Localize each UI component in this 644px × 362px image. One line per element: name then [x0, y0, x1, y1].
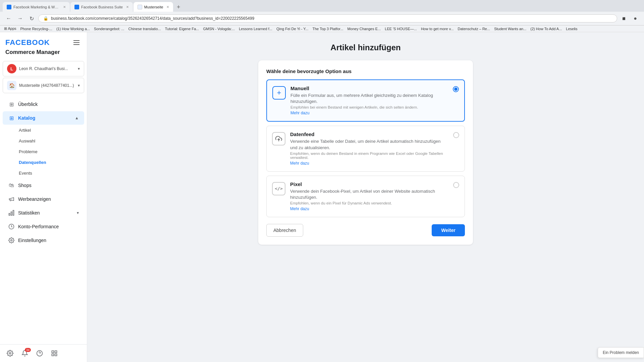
datenfeed-radio[interactable] [453, 132, 459, 138]
cancel-button[interactable]: Abbrechen [266, 224, 303, 237]
tab-title-2: Facebook Business Suite [81, 5, 123, 9]
account-selector[interactable]: L Leon R. Chaudhari's Busi... ▾ [3, 61, 84, 76]
problem-report-button[interactable]: Ein Problem melden [598, 347, 644, 358]
tab-bar: Facebook Marketing & Werbe... × Facebook… [0, 0, 644, 12]
manuell-link[interactable]: Mehr dazu [290, 111, 310, 115]
datenfeed-desc: Verwende eine Tabelle oder Datei, um dei… [290, 138, 448, 150]
tab-1[interactable]: Facebook Marketing & Werbe... × [3, 2, 70, 12]
tab-close-1[interactable]: × [63, 4, 66, 9]
sidebar-item-artikel[interactable]: Artikel [19, 125, 84, 135]
grid-footer-icon[interactable] [50, 349, 59, 358]
sidebar-item-einstellungen[interactable]: Einstellungen [3, 234, 84, 247]
manuell-radio[interactable] [453, 86, 459, 92]
fb-logo-bar: FACEBOOK [5, 38, 82, 48]
sidebar-item-shops[interactable]: 🛍 Shops [3, 179, 84, 192]
url-bar[interactable]: 🔒 business.facebook.com/commerce/catalog… [38, 14, 617, 22]
next-button[interactable]: Weiter [432, 224, 465, 236]
svg-rect-2 [13, 210, 14, 216]
pixel-link[interactable]: Mehr dazu [290, 206, 309, 211]
sidebar-item-uberblick[interactable]: ⊞ Überblick [3, 98, 84, 111]
nav-bar: ← → ↻ 🔒 business.facebook.com/commerce/c… [0, 12, 644, 25]
card-actions: Abbrechen Weiter [266, 224, 465, 237]
option-manuell[interactable]: + Manuell Fülle ein Formular aus, um meh… [266, 79, 465, 122]
sidebar-item-probleme[interactable]: Probleme [19, 146, 84, 157]
tab-close-2[interactable]: × [126, 4, 129, 9]
bookmark-12[interactable]: How to get more v... [421, 27, 454, 31]
katalog-expand-icon: ▲ [75, 116, 79, 120]
bookmark-13[interactable]: Datenschutz – Re... [458, 27, 490, 31]
sidebar-item-einstellungen-label: Einstellungen [18, 238, 46, 243]
help-footer-icon[interactable] [35, 349, 44, 358]
lock-icon: 🔒 [43, 16, 48, 21]
option-pixel[interactable]: </> Pixel Verwende dein Facebook-Pixel, … [266, 176, 465, 217]
statistiken-expand-icon: ▾ [77, 210, 79, 215]
bookmark-1[interactable]: Phone Recycling-... [20, 27, 52, 31]
refresh-button[interactable]: ↻ [27, 14, 36, 23]
tab-3[interactable]: Musterseite × [133, 2, 173, 12]
svg-point-5 [9, 353, 11, 354]
notification-badge: 34 [25, 348, 31, 352]
notification-footer-icon[interactable]: 34 [20, 349, 30, 358]
sidebar-header: FACEBOOK Commerce Manager [0, 32, 87, 58]
page-name: Musterseite (442764877401...) [19, 83, 75, 88]
sidebar-item-katalog[interactable]: ⊞ Katalog ▲ [3, 111, 84, 125]
sidebar-item-werbeanzeigen[interactable]: Werbeanzeigen [3, 192, 84, 206]
option-datenfeed[interactable]: Datenfeed Verwende eine Tabelle oder Dat… [266, 126, 465, 171]
back-button[interactable]: ← [4, 14, 13, 23]
bookmark-16[interactable]: Leselis [566, 27, 577, 31]
uberblick-icon: ⊞ [8, 101, 15, 108]
pixel-body: Pixel Verwende dein Facebook-Pixel, um A… [290, 181, 448, 212]
datenfeed-link[interactable]: Mehr dazu [290, 161, 309, 166]
bookmark-4[interactable]: Chinese translatio... [128, 27, 161, 31]
page-selector[interactable]: 🏠 Musterseite (442764877401...) ▾ [3, 78, 84, 93]
new-tab-button[interactable]: + [174, 2, 183, 12]
settings-footer-icon[interactable] [5, 349, 15, 358]
werbeanzeigen-icon [8, 196, 15, 202]
bookmark-11[interactable]: LEE 'S HOUSE—... [385, 27, 417, 31]
forward-button[interactable]: → [15, 14, 25, 23]
sidebar-item-events[interactable]: Events [19, 168, 84, 178]
tab-close-3[interactable]: × [167, 4, 169, 9]
datenfeed-icon [272, 132, 285, 145]
katalog-sub-nav: Artikel Auswahl Probleme Datenquellen Ev… [0, 125, 87, 178]
svg-rect-0 [9, 214, 10, 216]
bookmark-7[interactable]: Lessons Learned f... [239, 27, 272, 31]
bookmark-14[interactable]: Student Wants an... [494, 27, 526, 31]
sidebar-item-statistiken[interactable]: Statistiken ▾ [3, 206, 84, 220]
bookmark-9[interactable]: The Top 3 Platfor... [312, 27, 343, 31]
katalog-icon: ⊞ [8, 115, 15, 121]
manuell-desc-small: Empfohlen bei einem Bestand mit wenigen … [290, 105, 448, 109]
bookmark-3[interactable]: Sonderangebot: ... [94, 27, 124, 31]
options-card: Wähle deine bevorzugte Option aus + Manu… [258, 60, 473, 245]
hamburger-button[interactable] [71, 38, 82, 48]
datenfeed-body: Datenfeed Verwende eine Tabelle oder Dat… [290, 131, 448, 166]
sidebar-item-auswahl[interactable]: Auswahl [19, 136, 84, 146]
sidebar-item-werbeanzeigen-label: Werbeanzeigen [18, 196, 51, 202]
bookmark-8[interactable]: Qing Fei De Yi - Y... [276, 27, 309, 31]
bookmark-2[interactable]: (1) How Working a... [56, 27, 90, 31]
bookmarks-bar: ⊞ Apps Phone Recycling-... (1) How Worki… [0, 25, 644, 32]
einstellungen-icon [8, 237, 15, 244]
pixel-radio[interactable] [453, 182, 459, 188]
pixel-desc-small: Empfohlen, wenn du ein Pixel für Dynamic… [290, 201, 448, 205]
tab-2[interactable]: Facebook Business Suite × [70, 2, 133, 12]
extensions-button[interactable]: ◾ [619, 14, 629, 23]
profile-button[interactable]: ● [631, 14, 640, 23]
bookmark-15[interactable]: (2) How To Add A... [530, 27, 562, 31]
bookmark-10[interactable]: Money Changes E... [347, 27, 381, 31]
sidebar-item-konto-performance[interactable]: Konto-Performance [3, 220, 84, 233]
bookmark-5[interactable]: Tutorial: Eigene Fa... [165, 27, 199, 31]
bookmark-6[interactable]: GMSN - Vologda:... [203, 27, 235, 31]
manuell-desc: Fülle ein Formular aus, um mehrere Artik… [290, 93, 448, 105]
konto-performance-icon [8, 223, 15, 230]
sidebar-item-datenquellen[interactable]: Datenquellen [19, 157, 84, 168]
statistiken-icon [8, 209, 15, 216]
bookmark-apps[interactable]: ⊞ Apps [4, 26, 16, 31]
card-subtitle: Wähle deine bevorzugte Option aus [266, 68, 465, 74]
svg-rect-1 [11, 212, 12, 216]
sidebar-item-katalog-label: Katalog [18, 115, 35, 121]
main-content: Artikel hinzufügen Wähle deine bevorzugt… [87, 32, 644, 362]
tab-favicon-3 [138, 5, 142, 9]
account-chevron-icon: ▾ [78, 66, 80, 71]
svg-point-4 [11, 240, 12, 241]
